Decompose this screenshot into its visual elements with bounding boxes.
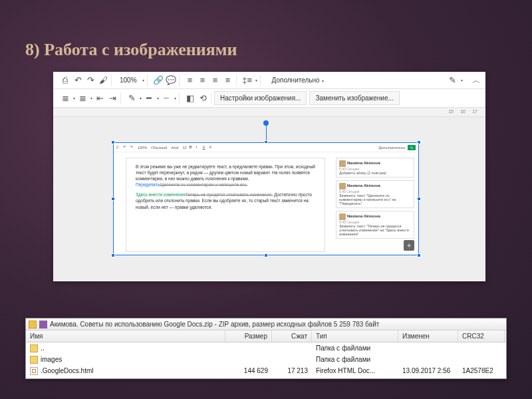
editing-mode-icon[interactable]: ✎ <box>447 75 458 86</box>
chevron-down-icon[interactable]: ▾ <box>73 96 75 100</box>
redo-icon: ↷ <box>130 145 135 150</box>
archive-title-text: Акимова. Советы по использованию Google … <box>50 321 379 328</box>
comment-text: Добавить абзац (2 повтора) <box>339 171 386 175</box>
more-button[interactable]: Дополнительно ▾ <box>266 74 331 86</box>
comment-author: Nastena Akimova <box>347 161 380 165</box>
indent-increase-icon[interactable]: ⇥ <box>107 93 118 104</box>
archive-row[interactable]: .GoogleDocs.html 144 629 17 213 Firefox … <box>26 365 506 376</box>
col-type[interactable]: Тип <box>312 331 398 342</box>
align-justify-icon[interactable]: ≡ <box>223 75 233 86</box>
print-icon[interactable]: ⎙ <box>60 75 70 86</box>
chevron-down-icon: ▾ <box>322 79 324 83</box>
ruler: 15 16 17 <box>53 108 485 117</box>
archive-titlebar: Акимова. Советы по использованию Google … <box>26 319 506 331</box>
archive-row[interactable]: .. Папка с файлами <box>26 342 506 354</box>
file-modified: 13.09.2017 2:56 <box>398 366 458 375</box>
undo-icon[interactable]: ↶ <box>72 75 83 86</box>
collapse-toolbar-icon[interactable]: ︿ <box>471 75 481 86</box>
file-modified <box>398 348 458 349</box>
doc-text: В этом режиме вы уже не редактируете тек… <box>136 164 315 181</box>
border-color-icon[interactable]: ✎ <box>126 93 137 104</box>
col-crc[interactable]: CRC32 <box>458 331 505 342</box>
editor-canvas[interactable]: ⎙ ↶ ↷ 100% Обычный Arial 12 B I U A Допо… <box>53 117 485 281</box>
chevron-down-icon[interactable]: ▾ <box>142 78 144 82</box>
resize-handle[interactable] <box>111 197 115 201</box>
file-size <box>225 359 272 360</box>
archive-columns: Имя Размер Сжат Тип Изменен CRC32 <box>26 331 506 342</box>
folder-up-icon <box>30 344 38 352</box>
underline-icon: U <box>203 145 208 150</box>
image-toolbar: ≣▾ ≣▾ ⇤ ⇥ ✎▾ ━▾ ┄▾ ◧ ⟲ Настройки изображ… <box>53 89 485 108</box>
comment-author: Nastena Akimova <box>347 214 380 218</box>
ruler-mark: 17 <box>472 109 477 114</box>
align-right-icon[interactable]: ≡ <box>210 75 221 86</box>
chevron-down-icon[interactable]: ▾ <box>90 96 92 100</box>
comment-card: Nastena Akimova 5:45 Сегодня Заменить те… <box>336 180 414 208</box>
border-weight-icon[interactable]: ━ <box>144 93 154 104</box>
archive-icon <box>39 321 47 329</box>
ruler-mark: 15 <box>448 109 454 114</box>
file-modified <box>398 359 458 360</box>
chevron-down-icon[interactable]: ▾ <box>140 96 142 100</box>
resize-handle[interactable] <box>264 253 268 257</box>
col-pack[interactable]: Сжат <box>272 331 312 342</box>
doc-strike: Теперь не придется откатывать изменения. <box>186 192 273 197</box>
chevron-down-icon[interactable]: ▾ <box>255 78 257 82</box>
reset-image-icon[interactable]: ⟲ <box>198 93 208 104</box>
file-type: Папка с файлами <box>312 355 398 364</box>
inner-font: Arial <box>170 146 180 150</box>
comment-card: Nastena Akimova 5:45 Сегодня Заменить те… <box>336 211 414 239</box>
main-toolbar: ⎙ ↶ ↷ 🖌 100% ▾ 🔗 💬 ≡ ≡ ≡ ≡ ‡≡ ▾ Дополнит… <box>53 72 485 89</box>
archive-row[interactable]: images Папка с файлами <box>26 354 506 365</box>
file-crc <box>458 359 505 360</box>
col-size[interactable]: Размер <box>225 331 272 342</box>
add-comment-icon: ＋ <box>404 240 414 251</box>
border-dash-icon[interactable]: ┄ <box>161 93 172 104</box>
comments-pane: Nastena Akimova 5:40 Сегодня Добавить аб… <box>336 158 414 239</box>
comment-card: Nastena Akimova 5:40 Сегодня Добавить аб… <box>336 158 414 178</box>
inner-zoom: 100% <box>136 146 148 150</box>
share-button: ✎ <box>408 145 416 150</box>
file-size <box>225 348 272 349</box>
line-spacing-icon[interactable]: ‡≡ <box>242 75 253 86</box>
html-file-icon <box>30 367 38 375</box>
chevron-down-icon[interactable]: ▾ <box>157 96 159 100</box>
avatar <box>339 213 346 220</box>
resize-handle[interactable] <box>417 197 421 201</box>
image-settings-button[interactable]: Настройки изображения... <box>214 91 307 105</box>
more-label: Дополнительно <box>272 76 320 84</box>
chevron-down-icon[interactable]: ▾ <box>461 78 463 82</box>
file-packed <box>272 348 312 349</box>
chevron-down-icon[interactable]: ▾ <box>174 96 176 100</box>
link-icon[interactable]: 🔗 <box>153 75 164 86</box>
comment-text: Заменить текст "Теперь не придется откат… <box>339 224 409 236</box>
list-bullet-icon[interactable]: ≣ <box>77 93 88 104</box>
col-name[interactable]: Имя <box>26 331 225 342</box>
avatar <box>339 183 346 190</box>
redo-icon[interactable]: ↷ <box>85 75 96 86</box>
folder-up-icon[interactable] <box>29 321 37 329</box>
inner-fontsize: 12 <box>181 146 188 150</box>
resize-handle[interactable] <box>417 253 421 257</box>
col-mod[interactable]: Изменен <box>398 331 458 342</box>
align-center-icon[interactable]: ≡ <box>198 75 208 86</box>
paint-format-icon[interactable]: 🖌 <box>98 75 108 86</box>
crop-icon[interactable]: ◧ <box>185 93 196 104</box>
file-crc: 1A2578E2 <box>458 366 505 375</box>
comment-icon[interactable]: 💬 <box>166 75 176 86</box>
inner-document: В этом режиме вы уже не редактируете тек… <box>126 158 325 252</box>
replace-image-button[interactable]: Заменить изображение... <box>309 91 399 105</box>
list-numbered-icon[interactable]: ≣ <box>60 93 70 104</box>
indent-decrease-icon[interactable]: ⇤ <box>94 93 105 104</box>
zoom-value[interactable]: 100% <box>117 76 140 84</box>
rotate-handle[interactable] <box>263 120 269 126</box>
file-size: 144 629 <box>225 366 272 375</box>
slide-title: 8) Работа с изображениями <box>0 0 532 72</box>
ruler-mark: 16 <box>460 109 466 114</box>
selected-image-frame[interactable]: ⎙ ↶ ↷ 100% Обычный Arial 12 B I U A Допо… <box>113 142 419 255</box>
file-type: Папка с файлами <box>312 344 398 352</box>
file-crc <box>458 348 505 349</box>
align-left-icon[interactable]: ≡ <box>185 75 196 86</box>
resize-handle[interactable] <box>111 253 115 257</box>
text-color-icon: A <box>209 145 215 150</box>
